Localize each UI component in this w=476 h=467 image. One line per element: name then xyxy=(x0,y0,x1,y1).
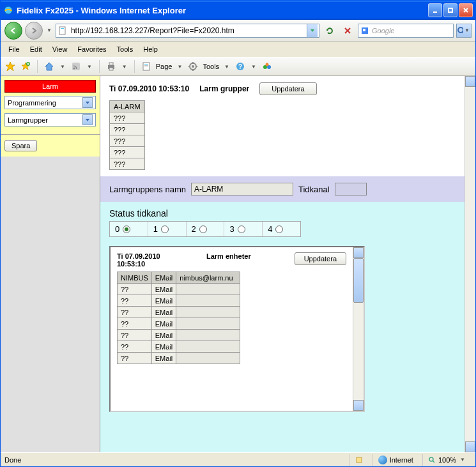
help-icon[interactable]: ? xyxy=(234,61,246,72)
table-row: ??EMail xyxy=(118,307,240,318)
address-dropdown[interactable] xyxy=(307,24,318,37)
sidebar: Larm Programmering Larmgrupper Spara xyxy=(1,76,100,452)
search-button[interactable]: ▼ xyxy=(456,24,472,38)
menu-view[interactable]: View xyxy=(47,43,73,55)
page-drop[interactable]: ▼ xyxy=(176,64,183,70)
radio-2[interactable]: 2 xyxy=(187,222,225,236)
group-row[interactable]: ??? xyxy=(110,135,145,147)
group-name-input[interactable] xyxy=(191,183,293,195)
window: Fidelix Fx2025 - Windows Internet Explor… xyxy=(0,0,476,467)
group-row[interactable]: A-LARM xyxy=(110,101,145,112)
nav-history-drop[interactable]: ▼ xyxy=(45,27,53,33)
timestamp: Ti 07.09.2010 10:53:10 xyxy=(109,84,189,93)
status-zone[interactable]: Internet xyxy=(372,454,418,466)
devices-table: NIMBUSEMailnimbus@larm.nu ??EMail ??EMai… xyxy=(117,272,240,364)
zoom-icon xyxy=(428,456,436,464)
globe-icon xyxy=(378,456,387,464)
status-text: Done xyxy=(4,456,21,464)
tools-drop[interactable]: ▼ xyxy=(223,64,231,70)
select2-value: Larmgrupper xyxy=(8,116,48,124)
menubar: File Edit View Favorites Tools Help xyxy=(1,42,475,57)
back-button[interactable] xyxy=(4,22,22,40)
page-menu[interactable]: Page xyxy=(156,63,173,70)
group-row[interactable]: ??? xyxy=(110,147,145,158)
inner-scrollbar[interactable] xyxy=(353,247,364,411)
svg-rect-20 xyxy=(109,68,113,70)
group-row[interactable]: ??? xyxy=(110,112,145,124)
main-view: Ti 07.09.2010 10:53:10 Larm grupper Uppd… xyxy=(100,76,475,452)
svg-line-37 xyxy=(433,461,434,463)
menu-tools[interactable]: Tools xyxy=(112,43,139,55)
group-row[interactable]: ??? xyxy=(110,124,145,135)
svg-point-17 xyxy=(73,68,75,70)
favorites-icon[interactable] xyxy=(4,61,16,72)
scroll-down-icon[interactable] xyxy=(353,400,364,411)
menu-help[interactable]: Help xyxy=(138,43,163,55)
stop-button[interactable] xyxy=(340,23,355,38)
address-input[interactable] xyxy=(70,26,307,35)
table-row: ??EMail xyxy=(118,353,240,364)
print-icon[interactable] xyxy=(105,61,117,72)
svg-point-34 xyxy=(265,63,268,66)
spara-button[interactable]: Spara xyxy=(4,140,37,151)
search-box[interactable]: Google xyxy=(358,24,454,38)
forward-button[interactable] xyxy=(25,22,43,40)
tools-menu[interactable]: Tools xyxy=(203,63,219,70)
tools-menu-icon xyxy=(187,61,199,72)
home-icon[interactable] xyxy=(43,61,55,72)
menu-favorites[interactable]: Favorites xyxy=(72,43,111,55)
minimize-button[interactable] xyxy=(428,3,442,17)
sidebar-select-larmgrupper[interactable]: Larmgrupper xyxy=(4,113,96,126)
msn-icon[interactable] xyxy=(261,61,273,72)
add-favorite-icon[interactable] xyxy=(20,61,31,72)
svg-point-25 xyxy=(192,65,194,68)
status-section: Status tidkanal 0 1 2 3 4 Ti 07.09.2010 … xyxy=(100,202,464,452)
status-radio-row: 0 1 2 3 4 xyxy=(109,221,301,237)
svg-rect-19 xyxy=(109,63,113,65)
table-row: ??EMail xyxy=(118,330,240,341)
address-bar xyxy=(56,24,319,38)
print-drop[interactable]: ▼ xyxy=(121,64,128,70)
sidebar-select-programmering[interactable]: Programmering xyxy=(4,96,96,109)
feeds-icon[interactable] xyxy=(70,61,82,72)
scroll-up-icon[interactable] xyxy=(465,76,475,87)
table-row: ??EMail xyxy=(118,318,240,330)
group-row[interactable]: ??? xyxy=(110,158,145,170)
home-drop[interactable]: ▼ xyxy=(59,64,66,70)
status-security[interactable] xyxy=(349,454,369,466)
radio-icon xyxy=(123,226,130,233)
feeds-drop[interactable]: ▼ xyxy=(86,64,93,70)
scroll-down-icon[interactable] xyxy=(465,441,475,452)
close-button[interactable] xyxy=(459,3,473,17)
inner-update-button[interactable]: Uppdatera xyxy=(295,252,346,265)
menu-file[interactable]: File xyxy=(3,43,25,55)
refresh-button[interactable] xyxy=(322,23,337,38)
larm-button[interactable]: Larm xyxy=(4,80,96,93)
svg-rect-6 xyxy=(61,28,64,29)
nav-toolbar: ▼ Google ▼ xyxy=(1,20,475,42)
status-zoom[interactable]: 100%▼ xyxy=(422,454,472,466)
page-icon xyxy=(58,26,68,36)
page-menu-icon xyxy=(141,61,152,72)
maximize-button[interactable] xyxy=(443,3,457,17)
radio-icon xyxy=(161,226,169,233)
radio-4[interactable]: 4 xyxy=(263,222,300,236)
radio-1[interactable]: 1 xyxy=(148,222,187,236)
menu-edit[interactable]: Edit xyxy=(25,43,47,55)
tidkanal-value[interactable] xyxy=(335,183,367,195)
main-scrollbar[interactable] xyxy=(464,76,475,452)
search-placeholder: Google xyxy=(372,27,394,34)
svg-rect-2 xyxy=(449,8,452,12)
devices-panel: Ti 07.09.2010 10:53:10 Larm enheter Uppd… xyxy=(109,246,365,412)
content-area: Larm Programmering Larmgrupper Spara xyxy=(1,76,475,452)
radio-0[interactable]: 0 xyxy=(110,222,148,236)
radio-3[interactable]: 3 xyxy=(224,222,263,236)
shield-icon xyxy=(355,456,364,464)
scroll-thumb[interactable] xyxy=(353,258,364,303)
update-button[interactable]: Uppdatera xyxy=(259,82,316,95)
help-drop[interactable]: ▼ xyxy=(250,64,257,70)
groups-table: A-LARM ??? ??? ??? ??? ??? xyxy=(109,100,145,170)
scroll-up-icon[interactable] xyxy=(353,247,364,258)
select1-value: Programmering xyxy=(8,99,56,107)
status-label: Status tidkanal xyxy=(109,208,456,218)
